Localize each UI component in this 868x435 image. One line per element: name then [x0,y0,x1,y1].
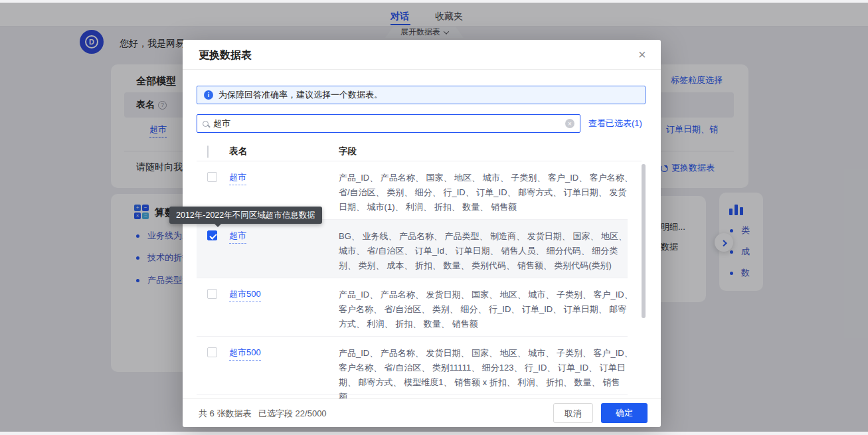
table-fields-text: BG、 业务线、 产品名称、 产品类型、 制造商、 发货日期、 国家、 地区、 … [339,229,628,273]
table-name-link[interactable]: 超市 [229,171,246,185]
confirm-button[interactable]: 确定 [601,403,648,423]
table-name-link[interactable]: 超市500 [229,288,261,302]
screen: 对话 收藏夹 展开数据表 D 您好，我是网易 全部模型 标签粒度选择 表名 ? … [0,0,868,435]
table-tooltip: 2012年-2022年不同区域超市信息数据 [169,207,322,224]
scrollbar-thumb[interactable] [642,164,646,318]
bottom-strip [0,432,868,435]
select-all-checkbox[interactable] [207,145,209,158]
row-checkbox[interactable] [207,289,217,299]
search-icon [203,121,209,127]
info-icon: i [204,90,213,100]
table-fields-text: 产品_ID、 产品名称、 发货日期、 国家、 地区、 城市、 子类别、 客户_I… [339,346,628,398]
view-selected-tables-link[interactable]: 查看已选表(1) [588,118,642,130]
datatable-list: 超市 产品_ID、 产品名称、 国家、 地区、 城市、 子类别、 客户_ID、 … [197,161,628,398]
total-tables-text: 共 6 张数据表 [199,408,251,420]
table-row[interactable]: 超市500 产品_ID、 产品名称、 发货日期、 国家、 地区、 城市、 子类别… [197,278,628,337]
row-checkbox[interactable] [207,172,217,182]
info-banner: i 为保障回答准确率，建议选择一个数据表。 [197,86,646,104]
modal-title: 更换数据表 [199,48,252,62]
column-header-fields: 字段 [339,145,357,157]
modal-header: 更换数据表 × [183,40,661,70]
table-name-link[interactable]: 超市500 [229,347,261,361]
row-checkbox[interactable] [207,347,217,357]
close-icon[interactable]: × [638,46,646,63]
list-scrollbar[interactable] [642,164,646,396]
table-fields-text: 产品_ID、 产品名称、 国家、 地区、 城市、 子类别、 客户_ID、 客户名… [339,171,628,215]
info-banner-text: 为保障回答准确率，建议选择一个数据表。 [218,89,383,101]
search-input[interactable] [213,119,561,129]
clear-search-icon[interactable]: × [565,119,574,128]
table-name-link[interactable]: 超市 [229,230,246,244]
table-row[interactable]: 超市 BG、 业务线、 产品名称、 产品类型、 制造商、 发货日期、 国家、 地… [197,220,628,278]
selected-fields-count: 已选字段 22/5000 [258,408,327,420]
change-datatable-modal: 更换数据表 × i 为保障回答准确率，建议选择一个数据表。 × 查看已选表(1)… [183,40,661,427]
search-box: × [197,114,580,133]
cancel-button[interactable]: 取消 [553,403,593,423]
row-checkbox-checked[interactable] [207,230,217,240]
table-row[interactable]: 超市500 产品_ID、 产品名称、 发货日期、 国家、 地区、 城市、 子类别… [197,337,628,395]
table-fields-text: 产品_ID、 产品名称、 发货日期、 国家、 地区、 城市、 子类别、 客户_I… [339,288,628,331]
column-header-name: 表名 [229,145,247,157]
